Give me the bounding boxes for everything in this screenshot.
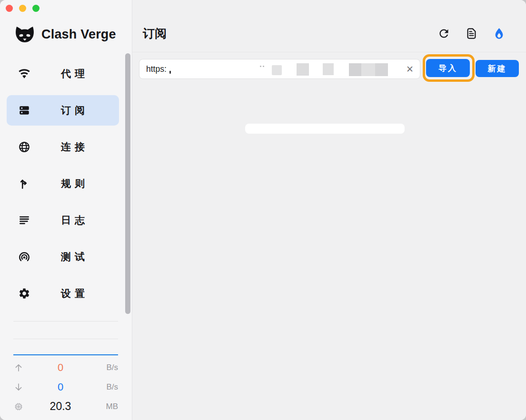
sidebar-item-label: 代理 (61, 67, 89, 80)
sidebar-nav: 代理 订阅 连接 (7, 59, 119, 315)
cat-logo-icon (13, 23, 36, 46)
logs-icon (18, 214, 30, 226)
sidebar-item-label: 日志 (61, 214, 89, 227)
sidebar-item-settings[interactable]: 设置 (7, 278, 119, 309)
sidebar-item-label: 设置 (61, 287, 89, 300)
traffic-stats: 0 B/s 0 B/s 20.3 MB (13, 358, 118, 416)
broadcast-icon (18, 251, 30, 263)
brand-name: Clash Verge (41, 27, 116, 42)
wifi-icon (18, 68, 30, 80)
redaction-overlay (245, 124, 405, 134)
redaction-artifact (169, 71, 171, 74)
profile-url-input[interactable] (139, 59, 420, 78)
sidebar-item-rules[interactable]: 规则 (7, 168, 119, 199)
refresh-icon[interactable] (437, 27, 450, 40)
sidebar-item-label: 订阅 (61, 104, 89, 117)
sidebar: Clash Verge 代理 订阅 (0, 0, 132, 420)
sidebar-item-label: 连接 (61, 140, 89, 154)
url-field-wrap: ✕ (139, 59, 420, 79)
sidebar-divider (13, 339, 118, 339)
sidebar-item-proxy[interactable]: 代理 (7, 59, 119, 89)
minimize-button[interactable] (19, 5, 26, 12)
new-profile-button[interactable]: 新建 (476, 60, 519, 77)
sidebar-item-logs[interactable]: 日志 (7, 205, 119, 235)
clear-input-icon[interactable]: ✕ (406, 64, 414, 75)
download-value: 0 (24, 381, 97, 393)
window-controls (6, 5, 40, 12)
page-header: 订阅 (132, 0, 526, 52)
download-stat-row: 0 B/s (13, 377, 118, 397)
memory-stat-row: 20.3 MB (13, 397, 118, 416)
download-unit: B/s (97, 382, 118, 392)
gear-icon (18, 287, 30, 300)
upload-arrow-icon (13, 362, 24, 373)
close-button[interactable] (6, 5, 13, 12)
maximize-button[interactable] (32, 5, 40, 12)
sidebar-item-connections[interactable]: 连接 (7, 132, 119, 162)
sidebar-item-label: 规则 (61, 177, 89, 190)
memory-value: 20.3 (24, 400, 97, 413)
app-window: Clash Verge 代理 订阅 (0, 0, 526, 420)
sidebar-item-label: 测试 (61, 250, 89, 264)
fork-icon (18, 177, 30, 190)
download-arrow-icon (13, 382, 24, 392)
profiles-icon (18, 104, 30, 117)
sidebar-divider (13, 321, 118, 322)
page-title: 订阅 (143, 26, 167, 41)
upload-stat-row: 0 B/s (13, 358, 118, 377)
document-icon[interactable] (465, 27, 478, 40)
import-button[interactable]: 导入 (426, 59, 470, 77)
main-panel: 订阅 (132, 0, 526, 420)
flame-icon[interactable] (493, 27, 506, 40)
sidebar-item-test[interactable]: 测试 (7, 242, 119, 272)
memory-chip-icon (13, 402, 24, 411)
memory-unit: MB (97, 402, 118, 411)
upload-value: 0 (24, 361, 97, 374)
upload-unit: B/s (97, 363, 118, 372)
traffic-accent-line (13, 354, 118, 355)
globe-icon (18, 141, 30, 153)
sidebar-item-profiles[interactable]: 订阅 (7, 95, 119, 126)
header-actions (437, 27, 506, 40)
app-logo: Clash Verge (13, 23, 116, 46)
sidebar-scrollbar[interactable] (125, 53, 130, 314)
